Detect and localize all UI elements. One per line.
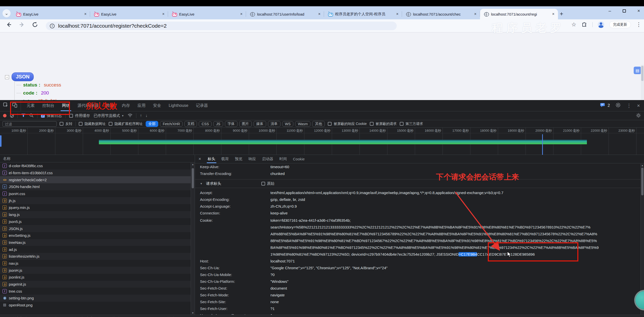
browser-tab[interactable]: EasyLive × bbox=[168, 9, 246, 19]
record-icon[interactable] bbox=[3, 114, 7, 117]
request-detail-tab[interactable]: Cookie bbox=[290, 155, 308, 163]
json-tool-button[interactable]: ▤ bbox=[634, 67, 641, 74]
request-type-pill[interactable]: Fetch/XHR bbox=[160, 121, 183, 127]
request-row[interactable]: ad.js bbox=[0, 246, 195, 253]
request-detail-tab[interactable]: 载荷 bbox=[218, 155, 232, 163]
blocked-requests-toggle[interactable]: 被屏蔽的请求 bbox=[370, 122, 397, 126]
request-type-pill[interactable]: WS bbox=[282, 121, 294, 127]
request-type-pill[interactable]: CSS bbox=[199, 121, 212, 127]
request-type-pill[interactable]: Wasm bbox=[295, 121, 310, 127]
minimize-button[interactable]: – bbox=[606, 8, 614, 14]
throttling-dropdown[interactable]: 已停用节流模式 ▼ bbox=[94, 113, 124, 118]
forward-button[interactable] bbox=[19, 21, 25, 28]
tab-close-icon[interactable]: × bbox=[551, 12, 555, 16]
request-row[interactable]: register?checkCode=2 bbox=[0, 176, 195, 183]
menu-more-icon[interactable]: ⋮ bbox=[636, 21, 641, 28]
raw-toggle[interactable]: 原始 bbox=[261, 181, 274, 186]
request-row[interactable]: setting-btn.png bbox=[0, 295, 195, 302]
request-type-pill[interactable]: 其他 bbox=[312, 121, 325, 127]
devtools-tab[interactable]: 记录器 bbox=[192, 100, 212, 111]
site-info-icon[interactable]: i bbox=[50, 24, 55, 28]
devtools-tab[interactable]: 应用 bbox=[134, 100, 149, 111]
third-party-toggle[interactable]: 第三方请求 bbox=[400, 122, 423, 126]
browser-tab[interactable]: localhost:7071/account/chec × bbox=[402, 9, 480, 19]
detail-scrollbar-thumb[interactable] bbox=[641, 168, 643, 195]
url-text[interactable]: localhost:7071/account/register?checkCod… bbox=[58, 23, 167, 29]
request-row[interactable]: el-form-item-d10bb01f.css bbox=[0, 169, 195, 176]
hide-extension-urls-toggle[interactable]: 隐藏扩展程序网址 bbox=[109, 122, 143, 126]
page-scrollbar-thumb[interactable] bbox=[641, 66, 643, 81]
network-settings-gear-icon[interactable] bbox=[636, 113, 641, 119]
tab-close-icon[interactable]: × bbox=[161, 12, 166, 16]
console-messages-icon[interactable] bbox=[600, 103, 606, 108]
request-row[interactable]: openRoot.png bbox=[0, 302, 195, 309]
devtools-more-icon[interactable]: ⋮ bbox=[626, 103, 631, 109]
request-row[interactable]: listenResizeWin.js bbox=[0, 253, 195, 260]
request-row[interactable]: tree.css bbox=[0, 288, 195, 295]
address-bar[interactable]: i localhost:7071/account/register?checkC… bbox=[46, 22, 397, 30]
tree-collapse-toggle[interactable]: − bbox=[5, 75, 9, 79]
network-overview-timeline[interactable]: 1000 毫秒 2000 毫秒 3000 毫秒 4000 毫秒 5000 毫秒 … bbox=[0, 128, 644, 155]
request-row[interactable]: pageInit.js bbox=[0, 281, 195, 288]
request-row[interactable]: json5.js bbox=[0, 218, 195, 225]
request-detail-tab[interactable]: 响应 bbox=[246, 155, 259, 163]
requests-name-column-header[interactable]: 名称 bbox=[0, 155, 195, 162]
browser-tab[interactable]: localhost:7071/account/regi × bbox=[480, 9, 558, 19]
scroll-down-icon[interactable]: ▼ bbox=[192, 312, 194, 314]
request-row[interactable]: jsonH.js bbox=[0, 267, 195, 274]
devtools-tab[interactable]: 安全 bbox=[149, 100, 165, 111]
request-row[interactable]: nav.js bbox=[0, 260, 195, 267]
request-type-pill[interactable]: 文档 bbox=[184, 121, 197, 127]
inspect-element-icon[interactable] bbox=[3, 102, 9, 109]
filter-input[interactable] bbox=[3, 121, 57, 127]
tab-close-icon[interactable]: × bbox=[395, 12, 399, 16]
request-row[interactable]: jh.js bbox=[0, 197, 195, 204]
new-tab-button[interactable]: + bbox=[560, 10, 563, 17]
request-row[interactable]: lang.js bbox=[0, 211, 195, 218]
profile-avatar[interactable] bbox=[598, 21, 604, 28]
json-root-node[interactable]: JSON bbox=[12, 72, 34, 81]
browser-tab[interactable]: localhost:7071/userInfo/load × bbox=[246, 9, 324, 19]
request-type-pill[interactable]: 全部 bbox=[146, 121, 158, 127]
request-row[interactable]: jquery.min.js bbox=[0, 204, 195, 211]
request-row[interactable]: envSetting.js bbox=[0, 232, 195, 239]
network-conditions-icon[interactable] bbox=[128, 113, 133, 118]
import-har-icon[interactable]: ↑ bbox=[140, 113, 142, 118]
request-type-pill[interactable]: JS bbox=[213, 121, 223, 127]
request-row[interactable]: JSON-handle.html bbox=[0, 183, 195, 190]
chrome-update-button[interactable]: 完成更新 bbox=[609, 21, 631, 28]
request-type-pill[interactable]: 图片 bbox=[239, 121, 252, 127]
scroll-up-icon[interactable]: ▲ bbox=[192, 163, 194, 166]
bookmark-star-icon[interactable]: ☆ bbox=[571, 21, 576, 28]
tab-close-icon[interactable]: × bbox=[239, 12, 244, 16]
detail-close-icon[interactable]: × bbox=[198, 156, 201, 162]
request-headers-section[interactable]: ▼ 请求标头 原始 bbox=[195, 179, 644, 188]
tab-close-icon[interactable]: × bbox=[317, 12, 321, 16]
blocked-cookies-toggle[interactable]: 被屏蔽的响应 Cookie bbox=[328, 122, 367, 126]
request-detail-tab[interactable]: 时间 bbox=[276, 155, 290, 163]
request-row[interactable]: JSON.js bbox=[0, 225, 195, 232]
request-row[interactable]: jsonH.css bbox=[0, 190, 195, 197]
requests-scrollbar[interactable]: ▲ ▼ bbox=[191, 163, 195, 315]
scroll-up-icon[interactable]: ▲ bbox=[641, 164, 643, 167]
hide-data-urls-toggle[interactable]: 隐藏数据网址 bbox=[79, 122, 106, 126]
request-row[interactable]: d-color-f6439f6c.css bbox=[0, 162, 195, 169]
settings-gear-icon[interactable] bbox=[615, 102, 621, 109]
browser-tab[interactable]: EasyLive × bbox=[90, 9, 168, 19]
reload-button[interactable] bbox=[32, 21, 38, 28]
export-har-icon[interactable]: ↓ bbox=[145, 113, 147, 118]
request-type-pill[interactable]: 媒体 bbox=[254, 121, 266, 127]
invert-toggle[interactable]: 反转 bbox=[60, 122, 72, 126]
tab-close-icon[interactable]: × bbox=[83, 12, 88, 16]
request-detail-tab[interactable]: 标头 bbox=[205, 155, 218, 163]
devtools-tab[interactable]: 内存 bbox=[118, 100, 134, 111]
devtools-tab[interactable]: Lighthouse bbox=[165, 100, 192, 111]
tab-close-icon[interactable]: × bbox=[473, 12, 477, 16]
request-type-pill[interactable]: 字体 bbox=[225, 121, 237, 127]
back-button[interactable] bbox=[6, 21, 12, 28]
request-type-pill[interactable]: 清单 bbox=[268, 121, 280, 127]
devtools-close-icon[interactable]: × bbox=[637, 103, 640, 109]
browser-tab[interactable]: 程序员老罗的个人空间-程序员 × bbox=[324, 9, 402, 19]
request-row[interactable]: treeNav.js bbox=[0, 239, 195, 246]
request-detail-tab[interactable]: 预览 bbox=[232, 155, 246, 163]
